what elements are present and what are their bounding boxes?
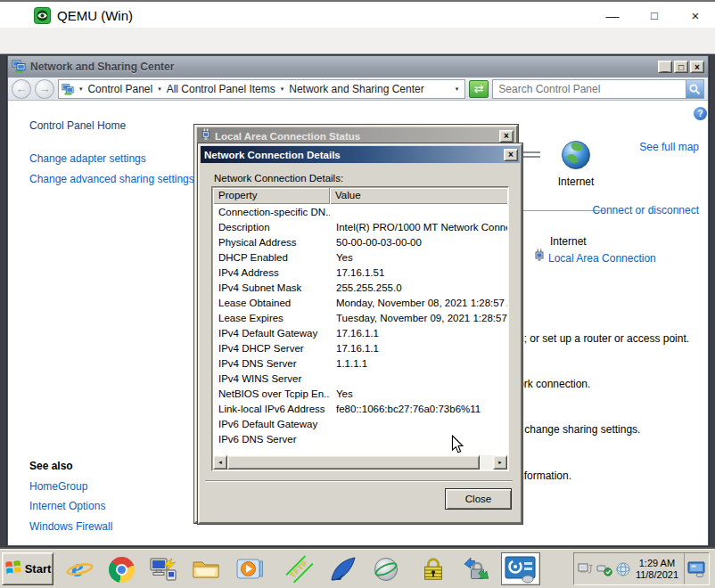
- explorer-maximize-button[interactable]: □: [674, 61, 688, 73]
- qemu-titlebar[interactable]: QEMU (Win) — □ ×: [0, 0, 715, 28]
- system-tray: 1:29 AM 11/8/2021: [573, 552, 710, 585]
- usb-tray-icon[interactable]: [596, 561, 612, 576]
- scroll-right-arrow[interactable]: ►: [493, 455, 507, 470]
- detail-row[interactable]: Connection-specific DN...: [213, 204, 507, 219]
- clipped-text-line: n; or set up a router or access point.: [518, 332, 689, 345]
- breadcrumb-separator-icon: ▾: [74, 86, 88, 93]
- detail-row[interactable]: Description Intel(R) PRO/1000 MT Network…: [213, 219, 507, 234]
- details-dialog-titlebar[interactable]: Network Connection Details ×: [201, 146, 520, 163]
- keystore-lock-icon[interactable]: [419, 555, 448, 584]
- close-button[interactable]: Close: [445, 488, 512, 510]
- breadcrumb-separator-icon: ▾: [152, 86, 167, 93]
- qemu-window-title: QEMU (Win): [57, 8, 133, 23]
- address-refresh-button[interactable]: ⇄: [469, 80, 489, 98]
- detail-row[interactable]: IPv4 WINS Server: [213, 371, 507, 386]
- search-icon[interactable]: [686, 80, 703, 98]
- breadcrumb-item-label[interactable]: Network and Sharing Center: [289, 83, 423, 95]
- forward-button[interactable]: →: [35, 79, 54, 99]
- detail-row[interactable]: IPv6 Default Gateway: [213, 416, 507, 431]
- property-column-header[interactable]: Property: [213, 188, 330, 204]
- detail-row[interactable]: IPv4 Address 17.16.1.51: [213, 265, 507, 280]
- see-full-map-link[interactable]: See full map: [639, 141, 699, 153]
- breadcrumb-location-icon[interactable]: [62, 83, 74, 95]
- clock-time: 1:29 AM: [639, 558, 675, 568]
- detail-value: Intel(R) PRO/1000 MT Network Connecti: [330, 222, 507, 233]
- breadcrumb-separator-icon: ▾: [275, 86, 290, 93]
- detail-property: Lease Obtained: [213, 298, 330, 308]
- sidebar-link[interactable]: Change advanced sharing settings: [29, 173, 194, 185]
- detail-row[interactable]: Lease Obtained Monday, November 08, 2021…: [213, 295, 507, 310]
- tftp-icon[interactable]: TFTP: [285, 555, 314, 584]
- connect-or-disconnect-link[interactable]: Connect or disconnect: [593, 204, 699, 216]
- mouse-cursor: [451, 435, 464, 456]
- breadcrumb-item-label[interactable]: All Control Panel Items: [167, 83, 275, 95]
- detail-property: IPv4 Subnet Mask: [213, 282, 330, 293]
- detail-value: Tuesday, November 09, 2021 1:28:57 AM: [330, 313, 507, 323]
- chrome-icon[interactable]: [107, 555, 136, 584]
- clipped-text-line: r change sharing settings.: [518, 423, 640, 436]
- detail-row[interactable]: Physical Address 50-00-00-03-00-00: [213, 234, 507, 249]
- explorer-close-button[interactable]: ×: [690, 61, 704, 73]
- lan-connection-icon: [534, 249, 545, 265]
- lan-status-titlebar[interactable]: Local Area Connection Status ×: [197, 127, 515, 144]
- qemu-close-button[interactable]: ×: [684, 4, 707, 27]
- internet-globe-icon[interactable]: [561, 140, 591, 173]
- detail-row[interactable]: IPv4 Subnet Mask 255.255.255.0: [213, 280, 507, 295]
- breadcrumb-items: ▾Control Panel ▾All Control Panel Items …: [74, 83, 424, 95]
- breadcrumb-item[interactable]: ▾All Control Panel Items: [152, 83, 275, 95]
- detail-row[interactable]: Link-local IPv6 Address fe80::1066:bc27:…: [213, 401, 507, 416]
- internet-explorer-icon[interactable]: e: [66, 555, 95, 584]
- back-button[interactable]: ←: [12, 79, 31, 99]
- detail-row[interactable]: NetBIOS over Tcpip En... Yes: [213, 386, 507, 401]
- details-dialog-title: Network Connection Details: [204, 150, 504, 160]
- breadcrumb-dropdown-icon[interactable]: ▾: [452, 86, 463, 93]
- help-icon[interactable]: ?: [694, 107, 707, 120]
- explorer-minimize-button[interactable]: _: [658, 61, 672, 73]
- network-tray-icon[interactable]: [578, 561, 594, 576]
- scroll-left-arrow[interactable]: ◄: [213, 455, 227, 470]
- detail-value: 17.16.1.51: [330, 267, 507, 278]
- local-area-connection-link[interactable]: Local Area Connection: [548, 252, 656, 265]
- see-also-link[interactable]: Internet Options: [29, 500, 105, 512]
- wireshark-icon[interactable]: [329, 555, 358, 584]
- qemu-logo-icon: [34, 7, 51, 24]
- breadcrumb-item[interactable]: ▾Control Panel: [74, 83, 152, 95]
- scrollbar-thumb[interactable]: [227, 455, 480, 470]
- detail-property: NetBIOS over Tcpip En...: [213, 388, 330, 399]
- search-input[interactable]: [493, 83, 686, 95]
- access-type-value: Internet: [550, 235, 587, 248]
- vpn-lock-icon[interactable]: [461, 555, 489, 584]
- see-also-link[interactable]: Windows Firewall: [29, 520, 112, 533]
- detail-row[interactable]: IPv4 DNS Server 1.1.1.1: [213, 355, 507, 371]
- detail-value: 17.16.1.1: [330, 343, 507, 354]
- lan-status-close-icon[interactable]: ×: [499, 130, 514, 143]
- tray-clock[interactable]: 1:29 AM 11/8/2021: [636, 558, 681, 581]
- qemu-minimize-button[interactable]: —: [601, 4, 624, 27]
- detail-row[interactable]: DHCP Enabled Yes: [213, 249, 507, 265]
- remote-desktop-icon[interactable]: [149, 555, 177, 584]
- file-explorer-icon[interactable]: [192, 555, 220, 584]
- detail-row[interactable]: IPv4 Default Gateway 17.16.1.1: [213, 325, 507, 340]
- detail-value: 17.16.1.1: [330, 328, 507, 339]
- qemu-maximize-button[interactable]: □: [643, 4, 666, 27]
- see-also-link[interactable]: HomeGroup: [29, 480, 87, 493]
- explorer-titlebar[interactable]: Network and Sharing Center _ □ ×: [8, 56, 708, 78]
- horizontal-scrollbar[interactable]: ◄ ►: [213, 455, 507, 470]
- sidebar-link[interactable]: Change adapter settings: [29, 152, 146, 165]
- details-dialog-close-icon[interactable]: ×: [504, 149, 518, 161]
- detail-row[interactable]: Lease Expires Tuesday, November 09, 2021…: [213, 310, 507, 325]
- breadcrumb-item[interactable]: ▾Network and Sharing Center: [275, 83, 424, 95]
- globe-tray-icon[interactable]: [615, 561, 631, 576]
- detail-row[interactable]: IPv4 DHCP Server 17.16.1.1: [213, 340, 507, 355]
- breadcrumb-item-label[interactable]: Control Panel: [87, 83, 152, 95]
- start-button[interactable]: Start: [2, 552, 53, 585]
- media-player-icon[interactable]: [235, 555, 264, 584]
- anyconnect-icon[interactable]: [372, 555, 400, 584]
- breadcrumb[interactable]: ▾Control Panel ▾All Control Panel Items …: [58, 79, 465, 99]
- sidebar-link[interactable]: Control Panel Home: [29, 119, 126, 132]
- value-column-header[interactable]: Value: [330, 188, 507, 204]
- clipped-text-line: nformation.: [518, 470, 571, 482]
- show-desktop-button[interactable]: [684, 553, 707, 584]
- control-panel-taskbar-button[interactable]: [501, 552, 540, 585]
- address-bar: ← → ▾Control Panel ▾All Control Panel It…: [8, 78, 708, 101]
